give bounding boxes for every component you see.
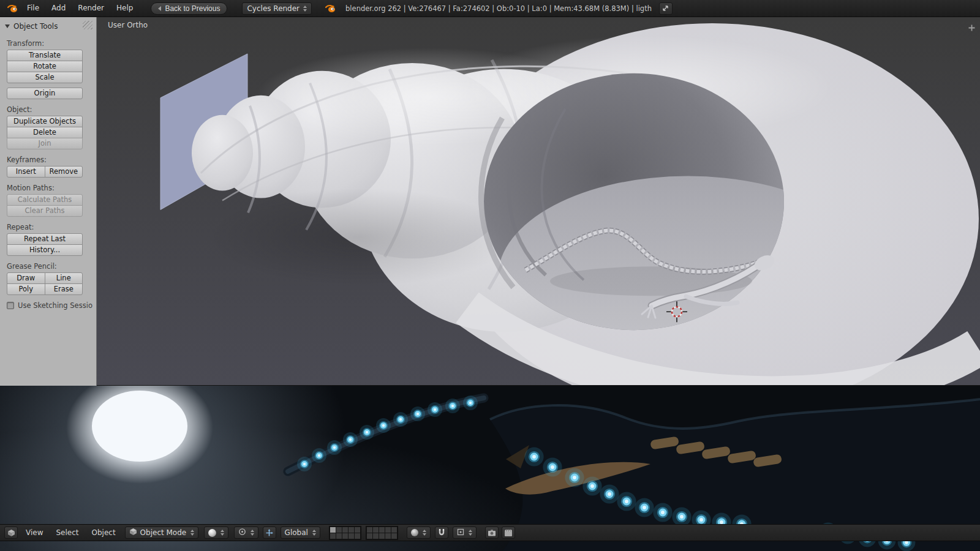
grease-poly-button[interactable]: Poly <box>7 283 45 295</box>
layers-widget[interactable] <box>329 526 398 540</box>
blender-window: File Add Render Help Back to Previous Cy… <box>0 0 980 551</box>
render-engine-select[interactable]: Cycles Render <box>242 2 312 15</box>
menu-object[interactable]: Object <box>86 525 121 541</box>
back-icon <box>158 6 161 11</box>
clear-paths-button[interactable]: Clear Paths <box>7 205 83 217</box>
layers-group-2[interactable] <box>366 526 398 540</box>
rotate-button[interactable]: Rotate <box>7 61 83 72</box>
top-menu-bar: File Add Render Help Back to Previous Cy… <box>0 0 980 17</box>
properties-region-toggle-icon[interactable] <box>967 23 976 32</box>
delete-button[interactable]: Delete <box>7 127 83 138</box>
menu-add[interactable]: Add <box>46 0 71 17</box>
dropdown-arrows-icon <box>469 530 472 536</box>
viewport-header-bar: View Select Object Object Mode Global <box>0 524 980 541</box>
viewport-canvas[interactable] <box>97 17 980 385</box>
join-button[interactable]: Join <box>7 138 83 149</box>
translate-button[interactable]: Translate <box>7 50 83 61</box>
grease-draw-button[interactable]: Draw <box>7 272 45 284</box>
grease-erase-button[interactable]: Erase <box>45 283 83 295</box>
origin-button[interactable]: Origin <box>7 88 83 99</box>
motion-paths-label: Motion Paths: <box>7 184 96 192</box>
opengl-render-animation-button[interactable] <box>502 527 515 539</box>
use-sketching-label: Use Sketching Sessio <box>18 301 92 310</box>
remove-keyframe-button[interactable]: Remove <box>45 166 83 178</box>
panel-expand-icon <box>5 24 10 28</box>
proportional-edit-icon <box>411 529 418 536</box>
blender-app-icon <box>5 4 20 13</box>
fullscreen-icon[interactable] <box>659 2 673 15</box>
shading-sphere-icon <box>208 529 216 537</box>
transform-label: Transform: <box>7 39 96 48</box>
calculate-paths-button[interactable]: Calculate Paths <box>7 194 83 206</box>
duplicate-objects-button[interactable]: Duplicate Objects <box>7 116 83 127</box>
history-button[interactable]: History... <box>7 244 83 256</box>
use-sketching-checkbox[interactable] <box>7 302 14 309</box>
keyframes-label: Keyframes: <box>7 156 96 164</box>
tool-shelf: Object Tools Transform: Translate Rotate… <box>0 17 97 386</box>
dropdown-arrows-icon <box>221 530 224 536</box>
back-to-previous-button[interactable]: Back to Previous <box>151 2 227 15</box>
repeat-last-button[interactable]: Repeat Last <box>7 233 83 245</box>
mode-icon <box>129 528 137 538</box>
manipulator-toggle[interactable] <box>263 527 276 539</box>
grease-pencil-label: Grease Pencil: <box>7 262 96 271</box>
transform-orientation-select[interactable]: Global <box>281 527 320 539</box>
snap-target-icon <box>457 528 464 538</box>
panel-grip-icon <box>83 21 92 29</box>
view-orientation-label: User Ortho <box>108 21 148 29</box>
dropdown-arrows-icon <box>303 6 307 12</box>
pivot-icon <box>238 528 246 538</box>
insert-keyframe-button[interactable]: Insert <box>7 166 45 178</box>
snap-toggle[interactable] <box>435 527 448 539</box>
menu-view[interactable]: View <box>20 525 48 541</box>
opengl-render-image-button[interactable] <box>485 527 499 539</box>
snap-target-select[interactable] <box>453 527 477 539</box>
mode-select[interactable]: Object Mode <box>125 527 198 539</box>
grease-line-button[interactable]: Line <box>45 272 83 284</box>
dropdown-arrows-icon <box>190 530 194 536</box>
repeat-label: Repeat: <box>7 223 96 231</box>
dropdown-arrows-icon <box>251 530 254 536</box>
dropdown-arrows-icon <box>312 530 316 536</box>
object-tools-panel-header[interactable]: Object Tools <box>0 17 96 33</box>
blender-logo-icon <box>323 4 338 13</box>
pivot-point-select[interactable] <box>234 527 258 539</box>
menu-file[interactable]: File <box>21 0 45 17</box>
scale-button[interactable]: Scale <box>7 72 83 83</box>
viewport-shading-select[interactable] <box>204 527 228 539</box>
dropdown-arrows-icon <box>423 530 426 536</box>
menu-render[interactable]: Render <box>72 0 110 17</box>
editor-type-button[interactable] <box>4 527 18 539</box>
viewport-3d: User Ortho <box>97 17 980 386</box>
layers-group-1[interactable] <box>329 526 361 540</box>
menu-help[interactable]: Help <box>111 0 138 17</box>
menu-select[interactable]: Select <box>50 525 84 541</box>
object-label: Object: <box>7 105 96 114</box>
status-info: blender.org 262 | Ve:276467 | Fa:274602 … <box>345 4 652 13</box>
proportional-edit-select[interactable] <box>407 527 431 539</box>
